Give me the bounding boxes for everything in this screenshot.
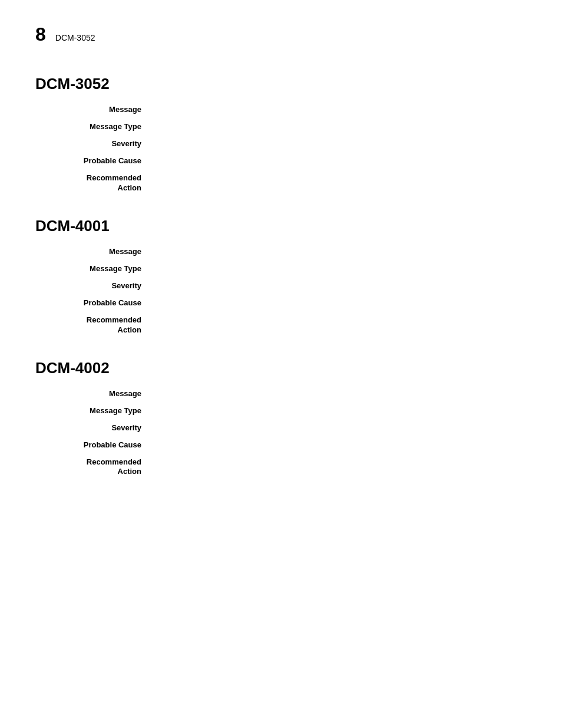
section-dcm-3052: DCM-3052MessageMessage TypeSeverityProba… xyxy=(35,75,527,193)
field-row-dcm-4001-2: Severity xyxy=(35,281,527,290)
page-number: 8 xyxy=(35,24,46,45)
field-label-dcm-4002-1: Message Type xyxy=(35,406,153,415)
field-label-dcm-4002-2: Severity xyxy=(35,423,153,432)
field-label-dcm-4002-0: Message xyxy=(35,389,153,398)
field-row-dcm-4002-3: Probable Cause xyxy=(35,440,527,449)
field-label-dcm-4002-3: Probable Cause xyxy=(35,440,153,449)
field-label-dcm-3052-2: Severity xyxy=(35,139,153,148)
section-title-dcm-4001: DCM-4001 xyxy=(35,217,527,235)
field-label-dcm-3052-0: Message xyxy=(35,105,153,114)
field-row-dcm-4002-4: RecommendedAction xyxy=(35,457,527,477)
section-dcm-4002: DCM-4002MessageMessage TypeSeverityProba… xyxy=(35,359,527,477)
field-label-dcm-4001-0: Message xyxy=(35,247,153,256)
field-row-dcm-4001-4: RecommendedAction xyxy=(35,315,527,335)
field-row-dcm-4001-1: Message Type xyxy=(35,264,527,273)
field-row-dcm-4002-0: Message xyxy=(35,389,527,398)
field-label-dcm-3052-4: RecommendedAction xyxy=(35,173,153,193)
field-label-dcm-3052-3: Probable Cause xyxy=(35,156,153,165)
field-label-dcm-4001-3: Probable Cause xyxy=(35,298,153,307)
section-title-dcm-3052: DCM-3052 xyxy=(35,75,527,93)
field-row-dcm-4001-0: Message xyxy=(35,247,527,256)
field-row-dcm-3052-1: Message Type xyxy=(35,122,527,131)
section-dcm-4001: DCM-4001MessageMessage TypeSeverityProba… xyxy=(35,217,527,335)
header-title: DCM-3052 xyxy=(55,33,95,42)
field-label-dcm-4001-4: RecommendedAction xyxy=(35,315,153,335)
field-row-dcm-3052-2: Severity xyxy=(35,139,527,148)
field-label-dcm-3052-1: Message Type xyxy=(35,122,153,131)
page-header: 8 DCM-3052 xyxy=(35,24,527,45)
field-row-dcm-3052-4: RecommendedAction xyxy=(35,173,527,193)
section-title-dcm-4002: DCM-4002 xyxy=(35,359,527,377)
field-row-dcm-4002-1: Message Type xyxy=(35,406,527,415)
field-row-dcm-3052-3: Probable Cause xyxy=(35,156,527,165)
field-row-dcm-4001-3: Probable Cause xyxy=(35,298,527,307)
field-row-dcm-4002-2: Severity xyxy=(35,423,527,432)
field-label-dcm-4001-2: Severity xyxy=(35,281,153,290)
field-label-dcm-4002-4: RecommendedAction xyxy=(35,457,153,477)
field-label-dcm-4001-1: Message Type xyxy=(35,264,153,273)
field-row-dcm-3052-0: Message xyxy=(35,105,527,114)
